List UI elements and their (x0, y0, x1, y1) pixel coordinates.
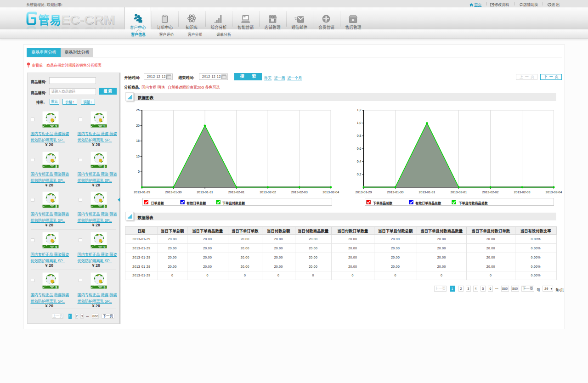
svg-text:2013-01-31: 2013-01-31 (197, 191, 213, 194)
svg-text:2013-02-01: 2013-02-01 (451, 191, 467, 194)
svg-text:管易: 管易 (38, 14, 61, 27)
svg-text:2013-02-01: 2013-02-01 (228, 191, 245, 194)
svg-text:2013-01-29: 2013-01-29 (134, 191, 150, 194)
svg-text:20: 20 (136, 124, 140, 127)
svg-text:1,0: 1,0 (357, 121, 362, 124)
svg-text:5: 5 (138, 170, 140, 173)
svg-text:0,6: 0,6 (357, 147, 362, 150)
svg-text:2013-02-04: 2013-02-04 (322, 191, 339, 194)
svg-text:2013-01-30: 2013-01-30 (165, 191, 182, 194)
svg-text:15: 15 (136, 139, 140, 142)
svg-text:2013-01-30: 2013-01-30 (387, 191, 404, 194)
svg-text:10: 10 (136, 155, 140, 158)
svg-text:2013-01-31: 2013-01-31 (419, 191, 435, 194)
svg-text:2013-02-03: 2013-02-03 (514, 191, 531, 194)
svg-text:0,4: 0,4 (357, 160, 362, 163)
svg-text:2013-02-04: 2013-02-04 (546, 191, 562, 194)
svg-text:2013-02-02: 2013-02-02 (482, 191, 499, 194)
svg-text:2013-01-29: 2013-01-29 (356, 191, 372, 194)
svg-text:0,8: 0,8 (357, 134, 362, 137)
svg-text:1,2: 1,2 (357, 108, 362, 112)
svg-text:2013-02-02: 2013-02-02 (260, 191, 276, 194)
svg-text:0,2: 0,2 (357, 173, 362, 176)
svg-text:25: 25 (136, 108, 140, 112)
svg-text:2013-02-03: 2013-02-03 (291, 191, 308, 194)
